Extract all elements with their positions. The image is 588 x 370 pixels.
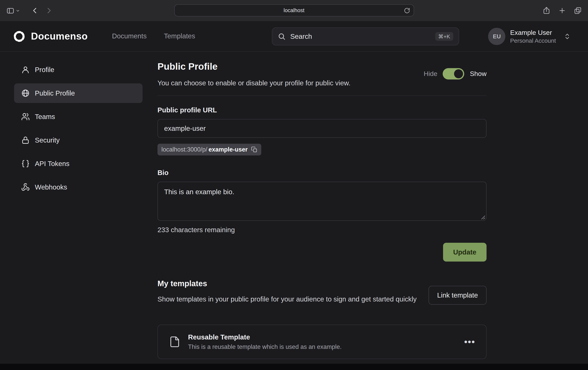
app-header: Documenso Documents Templates Search ⌘+K… <box>0 21 588 52</box>
chevrons-up-down-icon <box>564 33 571 40</box>
update-button[interactable]: Update <box>443 243 486 262</box>
address-bar[interactable]: localhost <box>174 4 414 16</box>
profile-url-preview[interactable]: localhost:3000/p/ example-user <box>158 144 261 155</box>
search-shortcut: ⌘+K <box>435 32 453 41</box>
tab-overview-icon[interactable] <box>574 7 582 14</box>
back-icon[interactable] <box>31 7 39 14</box>
brand[interactable]: Documenso <box>12 30 88 43</box>
main-nav: Documents Templates <box>112 32 195 40</box>
public-profile-url-input[interactable] <box>158 119 486 138</box>
ellipsis-icon: ••• <box>464 336 475 347</box>
globe-icon <box>21 89 30 97</box>
forward-icon[interactable] <box>45 7 53 14</box>
profile-visibility-toggle[interactable] <box>443 68 464 80</box>
screen: localhost Documenso <box>0 0 588 370</box>
brand-name: Documenso <box>31 31 88 42</box>
page-title: Public Profile <box>158 61 218 72</box>
braces-icon <box>21 159 30 168</box>
characters-remaining: 233 characters remaining <box>158 226 235 234</box>
template-menu-button[interactable]: ••• <box>464 340 475 344</box>
my-templates-description: Show templates in your public profile fo… <box>158 294 428 305</box>
search-icon <box>278 32 286 40</box>
sidebar-item-label: Webhooks <box>35 183 67 191</box>
sidebar-item-public-profile[interactable]: Public Profile <box>14 83 143 103</box>
my-templates-title: My templates <box>158 279 207 288</box>
toolbar-chevron-down-icon[interactable] <box>16 8 20 13</box>
search-input[interactable]: Search ⌘+K <box>272 27 459 45</box>
profile-url-slug: example-user <box>208 146 248 153</box>
hide-label: Hide <box>424 70 437 78</box>
search-placeholder: Search <box>290 32 312 41</box>
toggle-knob <box>454 69 463 78</box>
template-description: This is a reusable template which is use… <box>188 343 342 351</box>
sidebar-item-security[interactable]: Security <box>14 130 143 150</box>
documenso-logo-icon <box>12 30 26 43</box>
avatar: EU <box>488 28 505 45</box>
sidebar-item-label: Security <box>35 136 60 144</box>
account-type: Personal Account <box>510 37 556 44</box>
show-label: Show <box>470 70 486 78</box>
documenso-app: Documenso Documents Templates Search ⌘+K… <box>0 21 588 364</box>
window-bottom-strip <box>0 364 588 370</box>
sidebar-toggle-icon[interactable] <box>6 6 14 15</box>
sidebar-item-webhooks[interactable]: Webhooks <box>14 177 143 197</box>
main-content: Public Profile Hide Show You can choose … <box>158 52 486 364</box>
new-tab-icon[interactable] <box>558 7 566 14</box>
nav-templates[interactable]: Templates <box>164 32 195 40</box>
user-icon <box>21 65 30 74</box>
lock-icon <box>21 136 30 144</box>
url-text: localhost <box>284 7 304 13</box>
sidebar-item-label: Public Profile <box>35 89 75 97</box>
account-menu[interactable]: EU Example User Personal Account <box>488 28 571 45</box>
users-icon <box>21 112 30 121</box>
profile-visibility-control: Hide Show <box>424 68 486 80</box>
sidebar-item-label: Profile <box>35 66 54 74</box>
copy-icon[interactable] <box>251 146 257 153</box>
resize-handle-icon[interactable] <box>481 215 485 220</box>
nav-documents[interactable]: Documents <box>112 32 147 40</box>
account-name: Example User <box>510 29 556 37</box>
bio-textarea[interactable]: This is an example bio. <box>158 182 486 221</box>
sidebar-item-profile[interactable]: Profile <box>14 60 143 80</box>
template-name: Reusable Template <box>188 333 342 342</box>
account-info: Example User Personal Account <box>510 29 556 44</box>
sidebar-item-teams[interactable]: Teams <box>14 107 143 126</box>
file-icon <box>169 335 181 349</box>
link-template-button[interactable]: Link template <box>429 286 486 305</box>
bio-field-wrap: This is an example bio. <box>158 182 486 221</box>
bio-label: Bio <box>158 169 168 177</box>
sidebar-item-label: API Tokens <box>35 160 69 168</box>
settings-sidebar: Profile Public Profile Teams Security <box>14 60 143 197</box>
public-profile-url-label: Public profile URL <box>158 106 217 114</box>
reload-icon[interactable] <box>404 7 410 14</box>
page-subtitle: You can choose to enable or disable your… <box>158 79 350 87</box>
sidebar-item-api-tokens[interactable]: API Tokens <box>14 154 143 174</box>
divider <box>158 95 486 96</box>
sidebar-item-label: Teams <box>35 113 55 121</box>
profile-url-prefix: localhost:3000/p/ <box>161 146 207 153</box>
share-icon[interactable] <box>543 7 550 14</box>
webhook-icon <box>21 183 30 191</box>
browser-toolbar: localhost <box>0 0 588 21</box>
template-card-text: Reusable Template This is a reusable tem… <box>188 333 342 351</box>
template-card[interactable]: Reusable Template This is a reusable tem… <box>158 325 486 359</box>
